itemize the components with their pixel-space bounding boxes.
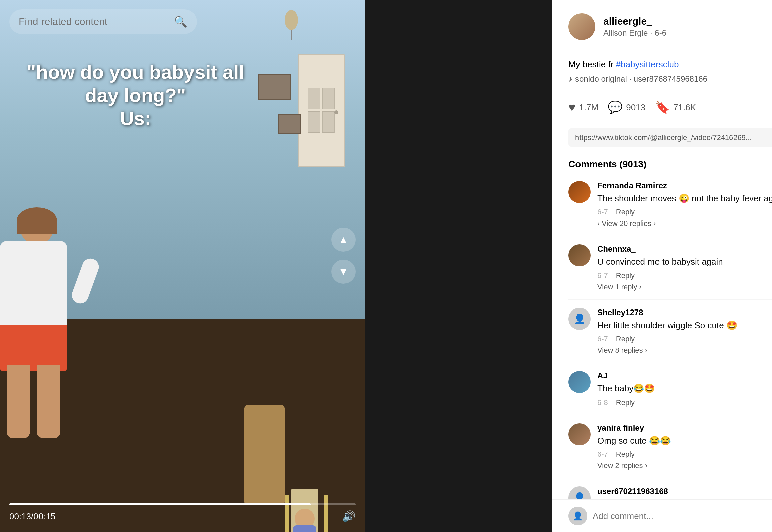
nav-up-button[interactable]: ▲	[331, 228, 356, 252]
comments-header: Comments (9013)	[552, 152, 772, 173]
reply-button[interactable]: Reply	[616, 335, 635, 343]
follow-date: 6-6	[654, 28, 666, 37]
input-avatar: 👤	[568, 507, 587, 525]
reply-button[interactable]: Reply	[616, 450, 635, 459]
comment-text: Omg so cute 😂😂	[597, 435, 772, 447]
view-replies-button[interactable]: View 8 replies ›	[597, 346, 647, 355]
comment-item: Chennxa_ U convinced me to babysit again…	[568, 236, 772, 299]
comment-username: user670211963168	[597, 486, 772, 496]
avatar	[568, 371, 591, 393]
comment-icon: 💬	[608, 100, 623, 114]
panel-header: allieergle_ Allison Ergle · 6-6 Follow	[552, 0, 772, 50]
view-replies-button[interactable]: View 2 replies ›	[597, 461, 647, 470]
comment-date: 6-8	[597, 398, 608, 407]
reply-button[interactable]: Reply	[616, 271, 635, 280]
comment-item: Fernanda Ramirez The shoulder moves 😜 no…	[568, 173, 772, 236]
comment-username: Chennxa_	[597, 244, 772, 254]
search-icon: 🔍	[174, 15, 187, 28]
time-total: 00:15	[33, 511, 55, 521]
comment-username: AJ	[597, 371, 772, 380]
avatar: 👤	[568, 486, 591, 499]
comment-meta: 6-7 Reply	[597, 335, 772, 343]
comment-item: AJ The baby😂🤩 6-8 Reply ♡ 9327	[568, 363, 772, 415]
comments-panel: allieergle_ Allison Ergle · 6-6 Follow M…	[552, 0, 772, 532]
time-current: 00:13	[9, 511, 31, 521]
video-time: 00:13/00:15	[9, 511, 55, 522]
comment-body: AJ The baby😂🤩 6-8 Reply	[597, 371, 772, 407]
comment-item: 👤 Shelley1278 Her little shoulder wiggle…	[568, 300, 772, 363]
comment-text: Her little shoulder wiggle So cute 🤩	[597, 319, 772, 331]
comment-input-row: 👤 @ 😊 Post	[552, 499, 772, 532]
progress-bar[interactable]	[9, 503, 356, 505]
user-meta: Allison Ergle · 6-6	[603, 28, 772, 38]
overlay-line3: Us:	[27, 107, 244, 130]
bookmark-action[interactable]: 🔖 71.6K	[655, 100, 696, 114]
comments-list[interactable]: Fernanda Ramirez The shoulder moves 😜 no…	[552, 173, 772, 499]
search-bar[interactable]: 🔍	[9, 9, 197, 34]
share-row: ♥ 1.7M 💬 9013 🔖 71.6K </> 🎵 💬 f 🐦 ↗	[552, 92, 772, 123]
dark-panel	[365, 0, 552, 532]
video-background: "how do you babysit all day long?" Us:	[0, 0, 365, 532]
like-count: 1.7M	[579, 102, 598, 113]
comment-date: 6-7	[597, 271, 608, 280]
high-chair	[278, 489, 338, 495]
caption-section: My bestie fr #babysittersclub ♪ sonido o…	[552, 50, 772, 92]
sound-info[interactable]: ♪ sonido original · user8768745968166	[568, 74, 772, 84]
comment-body: Chennxa_ U convinced me to babysit again…	[597, 244, 772, 291]
video-text-overlay: "how do you babysit all day long?" Us:	[27, 60, 244, 130]
person-figure	[0, 211, 107, 492]
nav-down-button[interactable]: ▼	[331, 260, 356, 284]
avatar	[568, 244, 591, 266]
search-input[interactable]	[19, 16, 174, 27]
comment-date: 6-7	[597, 208, 608, 216]
comment-body: Fernanda Ramirez The shoulder moves 😜 no…	[597, 181, 772, 228]
chevron-down-icon: ▼	[338, 266, 349, 277]
hashtag[interactable]: #babysittersclub	[616, 59, 679, 69]
bookmark-icon: 🔖	[655, 100, 670, 114]
view-replies-button[interactable]: › View 20 replies ›	[597, 219, 656, 228]
comment-date: 6-7	[597, 450, 608, 459]
comment-item: yanira finley Omg so cute 😂😂 6-7 Reply V…	[568, 415, 772, 478]
comment-date: 6-7	[597, 335, 608, 343]
like-action[interactable]: ♥ 1.7M	[568, 100, 598, 114]
display-name: Allison Ergle	[603, 28, 648, 37]
comment-input[interactable]	[593, 511, 772, 521]
comment-meta: 6-8 Reply	[597, 398, 772, 407]
overlay-line1: "how do you babysit all	[27, 60, 244, 84]
comment-username: yanira finley	[597, 423, 772, 433]
username: allieergle_	[603, 16, 772, 27]
comment-text: The shoulder moves 😜 not the baby fever …	[597, 192, 772, 204]
volume-icon[interactable]: 🔊	[342, 510, 356, 523]
reply-button[interactable]: Reply	[616, 398, 635, 407]
overlay-line2: day long?"	[27, 84, 244, 107]
comment-username: Fernanda Ramirez	[597, 181, 772, 190]
comment-action[interactable]: 💬 9013	[608, 100, 645, 114]
avatar	[568, 13, 595, 40]
comment-item: 👤 user670211963168 Mira nomas los movimi…	[568, 478, 772, 499]
avatar: 👤	[568, 308, 591, 330]
comment-meta: 6-7 Reply	[597, 208, 772, 216]
caption-text: My bestie fr #babysittersclub	[568, 58, 772, 71]
view-replies-button[interactable]: View 1 reply ›	[597, 283, 642, 291]
comment-username: Shelley1278	[597, 308, 772, 317]
video-link: https://www.tiktok.com/@allieergle_/vide…	[568, 128, 772, 147]
comment-text: U convinced me to babysit again	[597, 256, 772, 268]
caption-plain-text: My bestie fr	[568, 59, 616, 69]
comment-body: Shelley1278 Her little shoulder wiggle S…	[597, 308, 772, 355]
comment-count: 9013	[626, 102, 645, 113]
heart-icon: ♥	[568, 100, 575, 114]
comment-meta: 6-7 Reply	[597, 271, 772, 280]
avatar	[568, 423, 591, 445]
avatar	[568, 181, 591, 203]
link-row: https://www.tiktok.com/@allieergle_/vide…	[552, 123, 772, 152]
video-controls: 00:13/00:15 🔊	[0, 498, 365, 532]
comment-meta: 6-7 Reply	[597, 450, 772, 459]
chevron-up-icon: ▲	[338, 234, 349, 245]
user-info: allieergle_ Allison Ergle · 6-6	[603, 16, 772, 38]
bookmark-count: 71.6K	[673, 102, 696, 113]
video-panel: 🔍 ⚑ Report	[0, 0, 365, 532]
progress-fill	[9, 503, 311, 505]
comment-body: yanira finley Omg so cute 😂😂 6-7 Reply V…	[597, 423, 772, 470]
reply-button[interactable]: Reply	[616, 208, 635, 216]
music-note-icon: ♪	[568, 74, 572, 84]
